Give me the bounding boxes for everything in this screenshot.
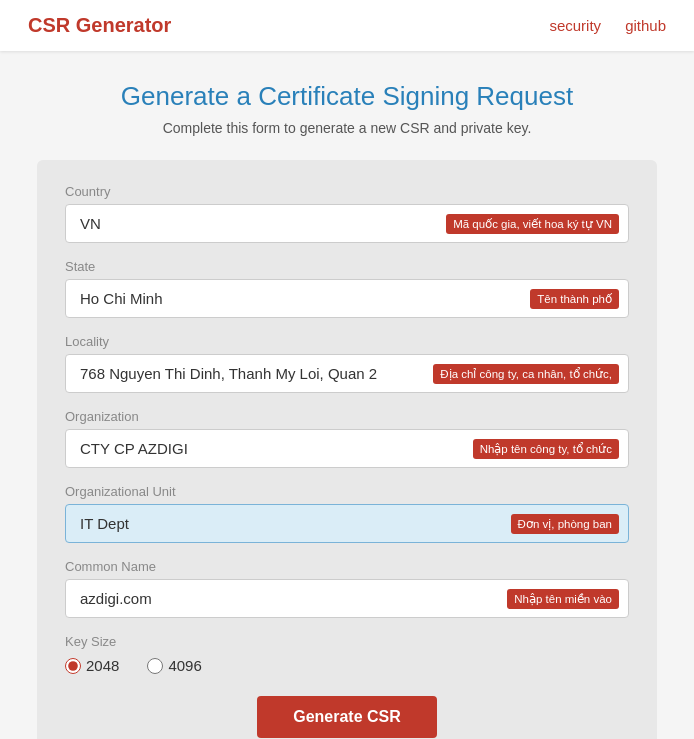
organization-label: Organization [65,409,629,424]
key-size-label: Key Size [65,634,629,649]
locality-group: Locality Địa chỉ công ty, ca nhân, tổ ch… [65,334,629,393]
common-name-group: Common Name Nhập tên miền vào [65,559,629,618]
common-name-input-wrapper: Nhập tên miền vào [65,579,629,618]
org-unit-input-wrapper: Đơn vị, phòng ban [65,504,629,543]
key-size-group: Key Size 2048 4096 [65,634,629,674]
locality-input-wrapper: Địa chỉ công ty, ca nhân, tổ chức, [65,354,629,393]
nav-links: security github [549,17,666,34]
country-group: Country Mã quốc gia, viết hoa ký tự VN [65,184,629,243]
common-name-input[interactable] [65,579,629,618]
radio-options: 2048 4096 [65,657,629,674]
page-subtitle: Complete this form to generate a new CSR… [37,120,657,136]
radio-4096-label: 4096 [168,657,201,674]
radio-2048-label: 2048 [86,657,119,674]
site-logo[interactable]: CSR Generator [28,14,171,37]
radio-2048[interactable]: 2048 [65,657,119,674]
org-unit-group: Organizational Unit Đơn vị, phòng ban [65,484,629,543]
common-name-label: Common Name [65,559,629,574]
generate-csr-button[interactable]: Generate CSR [257,696,437,738]
org-unit-input[interactable] [65,504,629,543]
locality-input[interactable] [65,354,629,393]
radio-4096[interactable]: 4096 [147,657,201,674]
state-input-wrapper: Tên thành phố [65,279,629,318]
country-input[interactable] [65,204,629,243]
state-input[interactable] [65,279,629,318]
nav-github[interactable]: github [625,17,666,34]
main-content: Generate a Certificate Signing Request C… [17,51,677,739]
radio-4096-input[interactable] [147,658,163,674]
state-label: State [65,259,629,274]
country-input-wrapper: Mã quốc gia, viết hoa ký tự VN [65,204,629,243]
locality-label: Locality [65,334,629,349]
form-card: Country Mã quốc gia, viết hoa ký tự VN S… [37,160,657,739]
organization-input-wrapper: Nhập tên công ty, tổ chức [65,429,629,468]
submit-wrapper: Generate CSR [65,696,629,738]
page-title: Generate a Certificate Signing Request [37,81,657,112]
country-label: Country [65,184,629,199]
organization-input[interactable] [65,429,629,468]
organization-group: Organization Nhập tên công ty, tổ chức [65,409,629,468]
nav-security[interactable]: security [549,17,601,34]
state-group: State Tên thành phố [65,259,629,318]
site-header: CSR Generator security github [0,0,694,51]
org-unit-label: Organizational Unit [65,484,629,499]
radio-2048-input[interactable] [65,658,81,674]
